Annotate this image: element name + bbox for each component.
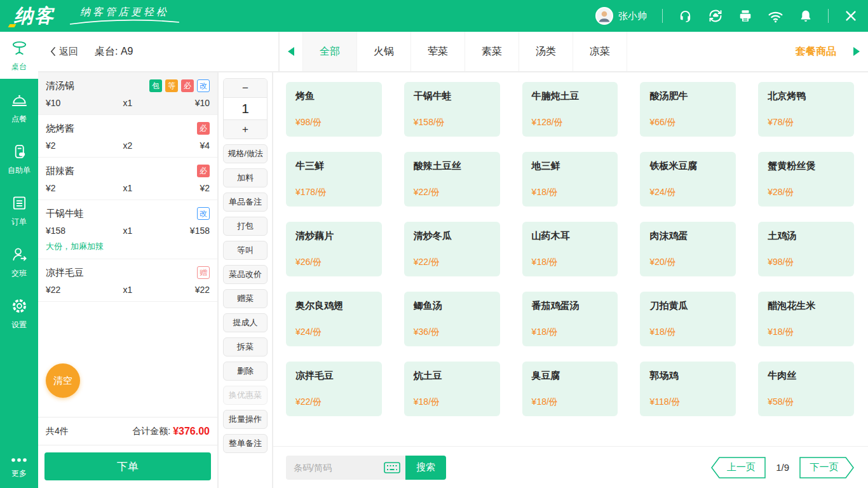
dish-price: ¥158/份 [414,117,491,128]
customer-service-icon[interactable] [678,9,693,24]
dish-card[interactable]: 牛三鲜¥178/份 [286,152,382,207]
order-item[interactable]: 清汤锅 包 等 必 改 ¥10 x1 ¥10 [38,72,217,115]
dish-card[interactable]: 凉拌毛豆¥22/份 [286,362,382,416]
dish-card[interactable]: 酸汤肥牛¥66/份 [640,82,736,137]
search-button[interactable]: 搜索 [405,456,446,480]
dish-card[interactable]: 臭豆腐¥18/份 [522,362,618,416]
order-item[interactable]: 烧烤酱 必 ¥2 x2 ¥4 [38,115,217,158]
dish-card[interactable]: 郭场鸡¥118/份 [640,362,736,416]
sidebar-item-shift[interactable]: 交班 [0,240,38,285]
close-icon[interactable] [844,9,858,23]
dish-card[interactable]: 山药木耳¥18/份 [522,222,618,276]
add-ingredient-button[interactable]: 加料 [223,168,268,187]
prev-page-button[interactable]: 上一页 [711,457,766,478]
takeout-pack-button[interactable]: 打包 [223,217,268,236]
sidebar-item-self-order[interactable]: 自助单 [0,137,38,182]
change-price-button[interactable]: 菜品改价 [223,265,268,284]
delete-item-button[interactable]: 删除 [223,362,268,381]
order-remark-button[interactable]: 整单备注 [223,434,268,453]
tab-meat[interactable]: 荤菜 [410,32,465,71]
tab-all[interactable]: 全部 [302,32,356,71]
order-item[interactable]: 甜辣酱 必 ¥2 x1 ¥2 [38,158,217,200]
order-item[interactable]: 干锅牛蛙 改 ¥158 x1 ¥158 大份，加麻加辣 [38,200,217,259]
tab-vegetable[interactable]: 素菜 [465,32,519,71]
dish-card[interactable]: 炕土豆¥18/份 [404,362,500,416]
next-page-button[interactable]: 下一页 [799,457,854,478]
dish-card[interactable]: 奥尔良鸡翅¥24/份 [286,292,382,346]
dish-price: ¥18/份 [768,327,844,338]
dish-price: ¥26/份 [295,257,372,268]
combo-products-link[interactable]: 套餐商品 [787,32,845,71]
dish-name: 烤鱼 [295,90,372,102]
dish-card[interactable]: 干锅牛蛙¥158/份 [404,82,500,137]
dish-card[interactable]: 北京烤鸭¥78/份 [758,82,854,137]
tab-soup[interactable]: 汤类 [519,32,573,71]
batch-operation-button[interactable]: 批量操作 [223,410,268,429]
wait-call-badge: 等 [165,79,178,92]
dish-card[interactable]: 鲫鱼汤¥36/份 [404,292,500,346]
cloud-sync-icon[interactable] [708,8,723,24]
sidebar-item-order-food[interactable]: 点餐 [0,85,38,130]
wait-call-button[interactable]: 等叫 [223,241,268,260]
wifi-icon[interactable] [768,8,783,24]
sidebar-item-tables[interactable]: 桌台 [0,32,38,79]
notification-bell-icon[interactable] [799,9,813,23]
triangle-left-icon [288,47,294,56]
dish-price: ¥22/份 [414,257,491,268]
keyboard-icon[interactable] [384,462,400,473]
place-order-button[interactable]: 下单 [44,452,211,480]
dish-card[interactable]: 肉沫鸡蛋¥20/份 [640,222,736,276]
dish-price: ¥24/份 [649,187,726,198]
header-row: 返回 桌台: A9 全部 火锅 荤菜 素菜 汤类 凉菜 套餐商品 [38,32,868,72]
back-button[interactable]: 返回 [50,46,78,58]
dish-name: 牛肉丝 [768,370,844,382]
spec-method-button[interactable]: 规格/做法 [223,144,268,163]
dish-card[interactable]: 牛肉丝¥58/份 [758,362,854,416]
search-group: 搜索 [286,456,446,480]
dish-card[interactable]: 清炒藕片¥26/份 [286,222,382,276]
gift-dish-button[interactable]: 赠菜 [223,289,268,308]
qty-minus-button[interactable]: − [224,79,267,97]
dish-card[interactable]: 番茄鸡蛋汤¥18/份 [522,292,618,346]
dish-card[interactable]: 牛腩炖土豆¥128/份 [522,82,618,137]
order-summary: 共4件 合计金额: ¥376.00 [38,417,217,445]
user-name: 张小帅 [618,10,647,22]
tabs-scroll-left-button[interactable] [280,32,302,71]
dish-card[interactable]: 醋泡花生米¥18/份 [758,292,854,346]
tabs-spacer [627,32,787,71]
commission-person-button[interactable]: 提成人 [223,313,268,332]
order-item[interactable]: 凉拌毛豆 赠 ¥22 x1 ¥22 [38,259,217,302]
modified-badge: 改 [197,79,210,92]
dish-name: 醋泡花生米 [768,300,844,312]
tab-cold-dish[interactable]: 凉菜 [573,32,627,71]
split-dish-button[interactable]: 拆菜 [223,337,268,356]
dish-card[interactable]: 蟹黄粉丝煲¥28/份 [758,152,854,207]
sidebar-item-settings[interactable]: 设置 [0,291,38,336]
sidebar-item-orders[interactable]: 订单 [0,188,38,233]
clear-order-button[interactable]: 清空 [46,363,80,398]
dish-card[interactable]: 刀拍黄瓜¥18/份 [640,292,736,346]
tabs-scroll-right-button[interactable] [845,32,868,71]
printer-icon[interactable] [738,9,752,23]
required-badge: 必 [181,79,194,92]
barcode-search-input[interactable] [294,463,381,473]
dish-name: 清炒冬瓜 [414,230,491,242]
dish-card[interactable]: 土鸡汤¥98/份 [758,222,854,276]
dish-card[interactable]: 烤鱼¥98/份 [286,82,382,137]
dish-card[interactable]: 铁板米豆腐¥24/份 [640,152,736,207]
order-item-price: ¥158 [46,226,100,236]
qty-plus-button[interactable]: + [224,120,267,139]
dish-card[interactable]: 酸辣土豆丝¥22/份 [404,152,500,207]
order-item-total: ¥22 [155,285,210,295]
user-account[interactable]: 张小帅 [595,7,647,25]
dish-price: ¥22/份 [295,396,372,408]
item-remark-button[interactable]: 单品备注 [223,193,268,212]
sidebar-item-more[interactable]: 更多 [0,447,38,488]
chevron-left-icon [50,46,57,57]
more-dots-icon [10,454,28,466]
dish-card[interactable]: 地三鲜¥18/份 [522,152,618,207]
tab-hotpot[interactable]: 火锅 [356,32,410,71]
dish-card[interactable]: 清炒冬瓜¥22/份 [404,222,500,276]
order-item-qty: x2 [100,140,155,151]
pagination: 上一页 1/9 下一页 [711,457,854,478]
